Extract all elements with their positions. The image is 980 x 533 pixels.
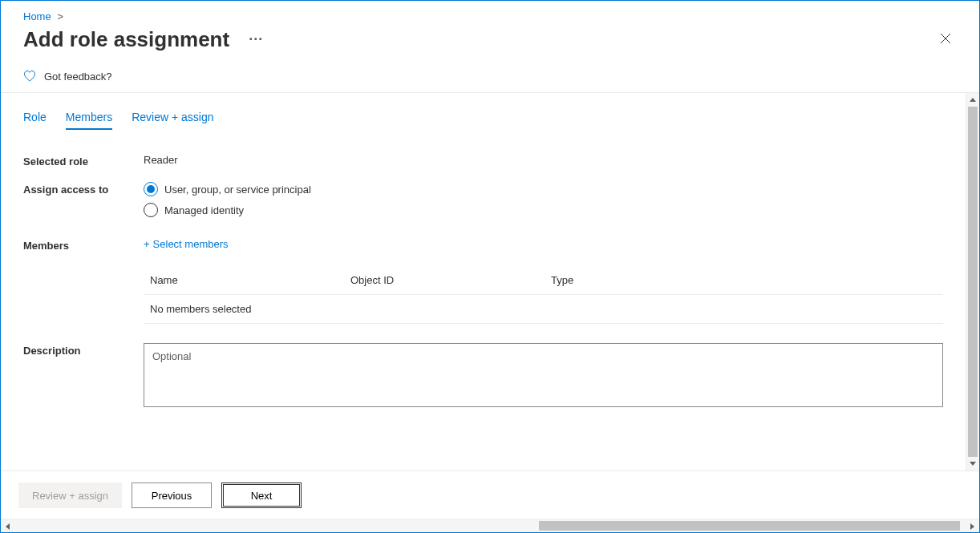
scrollbar-thumb[interactable] [968,107,978,457]
tab-role[interactable]: Role [23,111,47,130]
more-actions-button[interactable]: ··· [249,31,263,48]
scroll-up-icon[interactable] [966,93,979,107]
scrollbar-thumb-h[interactable] [539,521,960,531]
close-button[interactable] [934,27,957,52]
tab-members[interactable]: Members [66,111,112,130]
scroll-down-icon[interactable] [966,457,979,470]
scroll-right-icon[interactable] [966,519,979,533]
assign-access-label: Assign access to [23,182,144,224]
members-label: Members [23,238,144,252]
table-header-type: Type [551,274,937,286]
horizontal-scrollbar[interactable] [1,519,979,532]
table-empty-message: No members selected [144,295,943,324]
radio-label-user-group: User, group, or service principal [164,184,311,196]
radio-user-group-principal[interactable]: User, group, or service principal [144,182,957,196]
tabs: Role Members Review + assign [23,93,957,130]
breadcrumb-home-link[interactable]: Home [23,10,51,22]
page-title: Add role assignment [23,27,229,52]
scroll-left-icon[interactable] [1,519,14,533]
feedback-link[interactable]: Got feedback? [44,71,112,83]
selected-role-label: Selected role [23,154,144,168]
description-label: Description [23,343,144,410]
feedback-bar: Got feedback? [1,63,979,93]
close-icon [939,32,952,47]
select-members-button[interactable]: + Select members [144,238,957,250]
radio-label-managed-identity: Managed identity [164,204,244,216]
selected-role-value: Reader [144,154,957,168]
radio-selected-icon [144,182,158,196]
page-header: Add role assignment ··· [1,22,979,63]
previous-button[interactable]: Previous [132,483,212,508]
heart-icon [23,70,36,83]
table-header-object-id: Object ID [350,274,551,286]
chevron-right-icon: > [57,10,63,22]
tab-review-assign[interactable]: Review + assign [132,111,213,130]
select-members-label: Select members [153,238,229,250]
review-assign-button[interactable]: Review + assign [18,483,122,508]
breadcrumb: Home > [1,1,979,22]
next-button[interactable]: Next [221,483,302,508]
description-textarea[interactable] [144,343,943,407]
table-header-name: Name [150,274,350,286]
plus-icon: + [144,238,150,250]
radio-managed-identity[interactable]: Managed identity [144,203,957,217]
footer-bar: Review + assign Previous Next [1,470,979,519]
vertical-scrollbar[interactable] [966,93,979,470]
radio-unselected-icon [144,203,158,217]
members-table: Name Object ID Type No members selected [144,266,943,324]
